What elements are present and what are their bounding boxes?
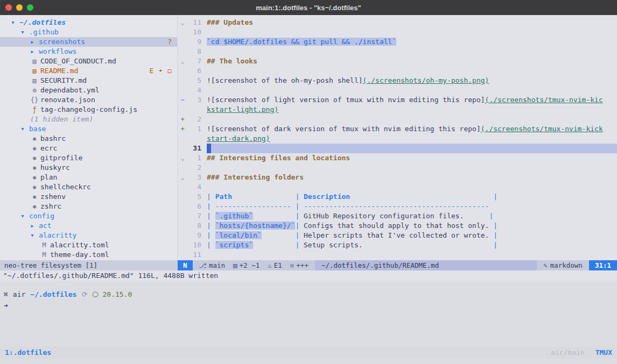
gutter-fold-sign-icon[interactable] — [178, 144, 187, 153]
line-text[interactable]: ## Interesting files and locations — [207, 153, 617, 163]
folder-arrow-icon[interactable]: ▾ — [20, 124, 29, 134]
line-text[interactable] — [207, 66, 617, 76]
line-text[interactable]: | `local/bin` | Helper scripts that I've… — [207, 231, 617, 240]
gutter-fold-sign-icon[interactable]: ⌄ — [178, 18, 187, 27]
gutter-fold-sign-icon[interactable] — [178, 134, 187, 144]
folder-arrow-icon[interactable]: ▾ — [20, 27, 29, 37]
editor-line[interactable]: ⌄7## The looks — [178, 56, 617, 66]
tree-item[interactable]: ▾~/.dotfiles — [0, 18, 177, 27]
line-text[interactable]: | `hosts/{hostname}/`| Configs that shou… — [207, 221, 617, 231]
gutter-fold-sign-icon[interactable] — [178, 202, 187, 211]
tree-item[interactable]: ✱ecrc — [0, 144, 177, 153]
tree-item[interactable]: ✱bashrc — [0, 134, 177, 144]
gutter-fold-sign-icon[interactable] — [178, 76, 187, 85]
tree-item[interactable]: ⚙dependabot.yml — [0, 85, 177, 95]
line-text[interactable] — [207, 27, 617, 37]
folder-arrow-icon[interactable]: ▸ — [30, 37, 39, 47]
editor-line[interactable]: 5| Path | Description | — [178, 192, 617, 202]
tree-item[interactable]: Mtheme-day.toml — [0, 250, 177, 260]
editor-line[interactable]: 10| `scripts` | Setup scripts. | — [178, 240, 617, 250]
gutter-fold-sign-icon[interactable] — [178, 221, 187, 231]
editor-line[interactable]: 4 — [178, 182, 617, 192]
tree-item[interactable]: ▾.github — [0, 27, 177, 37]
folder-arrow-icon[interactable]: ▸ — [30, 47, 39, 56]
tree-item[interactable]: ▾base — [0, 124, 177, 134]
editor-line[interactable]: 5![screenshot of the oh-my-posh shell](.… — [178, 76, 617, 85]
editor-line[interactable]: +2 — [178, 115, 617, 124]
editor-line[interactable]: 2 — [178, 163, 617, 173]
editor-line[interactable]: 10 — [178, 27, 617, 37]
editor-buffer[interactable]: ⌄11### Updates 10 9`cd $HOME/.dotfiles &… — [178, 15, 617, 260]
gutter-fold-sign-icon[interactable] — [178, 192, 187, 202]
editor-line[interactable]: 4 — [178, 85, 617, 95]
gutter-fold-sign-icon[interactable] — [178, 66, 187, 76]
line-text[interactable]: start-dark.png) — [207, 134, 617, 144]
line-text[interactable]: ![screenshot of the oh-my-posh shell](./… — [207, 76, 617, 85]
tree-item[interactable]: ✱zshrc — [0, 202, 177, 211]
line-text[interactable]: ## The looks — [207, 56, 617, 66]
gutter-fold-sign-icon[interactable]: + — [178, 124, 187, 134]
editor-line[interactable]: 6| ------------------ | ----------------… — [178, 202, 617, 211]
minimize-icon[interactable] — [16, 4, 23, 11]
editor-line[interactable]: +1![screenshot of dark version of tmux w… — [178, 124, 617, 134]
tmux-window-tab[interactable]: 1:.dotfiles — [5, 347, 51, 359]
line-text[interactable] — [207, 250, 617, 260]
line-text[interactable]: ### Interesting folders — [207, 173, 617, 182]
gutter-fold-sign-icon[interactable]: ⌄ — [178, 56, 187, 66]
gutter-fold-sign-icon[interactable] — [178, 105, 187, 115]
gutter-fold-sign-icon[interactable] — [178, 37, 187, 47]
gutter-fold-sign-icon[interactable] — [178, 231, 187, 240]
tree-item[interactable]: ▤README.mdE•◻ — [0, 66, 177, 76]
editor-line[interactable]: 31 — [178, 144, 617, 153]
line-text[interactable] — [207, 85, 617, 95]
editor-line[interactable]: ⌄1## Interesting files and locations — [178, 153, 617, 163]
tree-item[interactable]: ✱plan — [0, 173, 177, 182]
line-text[interactable] — [207, 115, 617, 124]
gutter-fold-sign-icon[interactable] — [178, 182, 187, 192]
close-icon[interactable] — [5, 4, 12, 11]
line-text[interactable]: | ------------------ | -----------------… — [207, 202, 617, 211]
gutter-fold-sign-icon[interactable] — [178, 47, 187, 56]
editor-line[interactable]: ⌄3### Interesting folders — [178, 173, 617, 182]
gutter-fold-sign-icon[interactable]: ~ — [178, 95, 187, 105]
tree-item[interactable]: ✱zshenv — [0, 192, 177, 202]
tree-item[interactable]: (1 hidden item) — [0, 115, 177, 124]
tree-item[interactable]: ✱gitprofile — [0, 153, 177, 163]
line-text[interactable]: ### Updates — [207, 18, 617, 27]
line-text[interactable] — [207, 144, 617, 153]
tree-item[interactable]: Malacritty.toml — [0, 240, 177, 250]
line-text[interactable]: `cd $HOME/.dotfiles && git pull && ./ins… — [207, 37, 617, 47]
tree-item[interactable]: ▸workflows — [0, 47, 177, 56]
editor-line[interactable]: 11 — [178, 250, 617, 260]
gutter-fold-sign-icon[interactable] — [178, 85, 187, 95]
line-text[interactable]: | `scripts` | Setup scripts. | — [207, 240, 617, 250]
gutter-fold-sign-icon[interactable]: ⌄ — [178, 173, 187, 182]
folder-arrow-icon[interactable]: ▾ — [11, 18, 19, 27]
gutter-fold-sign-icon[interactable] — [178, 250, 187, 260]
editor-line[interactable]: start-dark.png) — [178, 134, 617, 144]
tree-item[interactable]: ▤CODE_OF_CONDUCT.md — [0, 56, 177, 66]
editor-line[interactable]: 8 — [178, 47, 617, 56]
line-text[interactable] — [207, 182, 617, 192]
line-text[interactable]: kstart-light.png) — [207, 105, 617, 115]
editor-line[interactable]: 7| `.github` | GitHub Repository configu… — [178, 211, 617, 221]
gutter-fold-sign-icon[interactable]: ⌄ — [178, 153, 187, 163]
gutter-fold-sign-icon[interactable] — [178, 240, 187, 250]
tree-item[interactable]: ƒtag-changelog-config.js — [0, 105, 177, 115]
folder-arrow-icon[interactable]: ▾ — [20, 211, 29, 221]
gutter-fold-sign-icon[interactable]: + — [178, 115, 187, 124]
gutter-fold-sign-icon[interactable] — [178, 27, 187, 37]
line-text[interactable]: | `.github` | GitHub Repository configur… — [207, 211, 617, 221]
editor-line[interactable]: kstart-light.png) — [178, 105, 617, 115]
editor-line[interactable]: 6 — [178, 66, 617, 76]
tree-item[interactable]: ✱shellcheckrc — [0, 182, 177, 192]
editor-line[interactable]: 9| `local/bin` | Helper scripts that I'v… — [178, 231, 617, 240]
tree-item[interactable]: ▤SECURITY.md — [0, 76, 177, 85]
folder-arrow-icon[interactable]: ▸ — [30, 221, 39, 231]
zoom-icon[interactable] — [27, 4, 33, 11]
line-text[interactable]: | Path | Description | — [207, 192, 617, 202]
editor-line[interactable]: 9`cd $HOME/.dotfiles && git pull && ./in… — [178, 37, 617, 47]
tree-item[interactable]: ✱huskyrc — [0, 163, 177, 173]
line-text[interactable] — [207, 163, 617, 173]
line-text[interactable]: ![screenshot of light version of tmux wi… — [207, 95, 617, 105]
